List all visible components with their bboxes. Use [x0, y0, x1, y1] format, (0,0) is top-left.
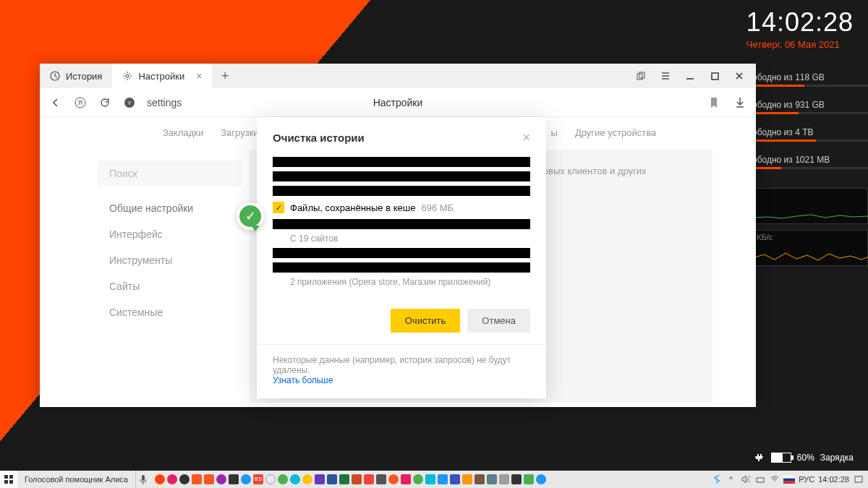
tab-settings[interactable]: Настройки × [112, 64, 212, 88]
app-icon[interactable] [155, 474, 165, 484]
redacted-item [273, 248, 530, 258]
app-icon[interactable] [388, 474, 399, 484]
new-tab-button[interactable]: + [215, 66, 235, 86]
app-icon[interactable] [536, 474, 546, 484]
browser-window: История Настройки × + Я Y Настройки [40, 64, 756, 407]
app-icon[interactable] [352, 474, 362, 484]
app-icon[interactable] [278, 474, 288, 484]
wifi-icon[interactable] [769, 474, 780, 485]
keyboard-lang[interactable]: РУС [799, 475, 814, 484]
app-icon[interactable] [475, 474, 485, 484]
svg-rect-18 [855, 476, 862, 482]
app-icon[interactable] [487, 474, 497, 484]
yandex-icon[interactable]: Я [73, 95, 88, 110]
taskbar-assistant[interactable]: Голосовой помощник Алиса [17, 471, 136, 488]
dialog-close-button[interactable]: × [522, 130, 530, 145]
sidebar-item-system[interactable]: Системные [98, 299, 242, 325]
app-icon[interactable] [179, 474, 190, 484]
site-icon: Y [122, 95, 137, 110]
app-icon[interactable] [511, 474, 522, 484]
subnav-bookmarks[interactable]: Закладки [163, 127, 203, 138]
menu-icon[interactable] [655, 66, 676, 86]
gear-icon [122, 71, 132, 81]
app-icon[interactable] [216, 474, 226, 484]
settings-sidebar: Поиск Общие настройки Интерфейс Инструме… [98, 160, 242, 325]
cancel-button[interactable]: Отмена [467, 309, 530, 333]
sidebar-item-interface[interactable]: Интерфейс [98, 221, 242, 247]
flag-icon[interactable] [783, 476, 795, 484]
tab-history[interactable]: История [40, 64, 112, 88]
learn-more-link[interactable]: Узнать больше [273, 375, 333, 385]
app-icon[interactable] [229, 474, 239, 484]
apps-count: 2 приложения (Opera store, Магазин прило… [290, 277, 530, 287]
app-icon[interactable] [462, 474, 472, 484]
notifications-icon[interactable] [853, 474, 864, 485]
reload-button[interactable] [98, 95, 112, 110]
network-icon[interactable] [754, 474, 765, 485]
sidebar-item-general[interactable]: Общие настройки [98, 195, 242, 221]
bluetooth-icon[interactable] [711, 474, 722, 485]
plug-icon [754, 453, 765, 462]
sidebar-item-tools[interactable]: Инструменты [98, 247, 242, 273]
close-button[interactable] [728, 66, 750, 86]
app-icon[interactable] [192, 474, 202, 484]
volume-icon[interactable] [740, 474, 751, 485]
taskbar-app-icons: BS [150, 474, 550, 484]
subnav-downloads[interactable]: Загрузки [221, 127, 258, 138]
sites-count: С 19 сайтов [290, 234, 530, 244]
svg-rect-11 [4, 480, 8, 484]
start-button[interactable] [0, 471, 17, 488]
app-icon[interactable] [499, 474, 509, 484]
app-icon[interactable] [376, 474, 386, 484]
app-icon[interactable] [204, 474, 214, 484]
app-icon[interactable]: BS [253, 474, 263, 484]
dialog-footer: Некоторые данные (например, история запр… [257, 344, 546, 398]
url-input[interactable] [147, 97, 273, 108]
app-icon[interactable] [425, 474, 435, 484]
app-icon[interactable] [265, 474, 276, 484]
cache-option-row[interactable]: ✓ Файлы, сохранённые в кеше 696 МБ [273, 202, 530, 213]
app-icon[interactable] [524, 474, 534, 484]
app-icon[interactable] [413, 474, 423, 484]
app-icon[interactable] [241, 474, 251, 484]
clock-date: Четверг, 06 Мая 2021 [746, 39, 854, 50]
system-tray: ^ РУС 14:02:28 [711, 474, 868, 485]
app-icon[interactable] [364, 474, 374, 484]
subnav-other[interactable]: ы [551, 127, 558, 138]
app-icon[interactable] [327, 474, 337, 484]
maximize-button[interactable] [704, 66, 726, 86]
taskbar: Голосовой помощник Алиса BS [0, 471, 868, 488]
app-icon[interactable] [302, 474, 312, 484]
tray-time[interactable]: 14:02:28 [818, 475, 849, 484]
app-icon[interactable] [339, 474, 349, 484]
clear-button[interactable]: Очистить [391, 309, 461, 333]
checkbox-checked-icon[interactable]: ✓ [273, 202, 284, 213]
back-button[interactable] [48, 95, 63, 110]
sidebar-item-sites[interactable]: Сайты [98, 273, 242, 299]
dialog-title: Очистка истории [273, 132, 365, 144]
subnav-devices[interactable]: Другие устройства [575, 127, 656, 138]
redacted-item [273, 186, 530, 196]
mic-icon[interactable] [136, 474, 150, 484]
copy-icon[interactable] [630, 66, 652, 86]
tab-bar: История Настройки × + [40, 64, 756, 88]
minimize-button[interactable] [679, 66, 701, 86]
chevron-up-icon[interactable]: ^ [726, 474, 736, 485]
bookmark-icon[interactable] [707, 95, 721, 110]
disk-item: ободно из 4 ТВ [752, 127, 868, 142]
app-icon[interactable] [450, 474, 460, 484]
sidebar-search[interactable]: Поиск [98, 160, 242, 187]
dialog-body[interactable]: ✓ Файлы, сохранённые в кеше 696 МБ С 19 … [257, 153, 546, 297]
svg-point-1 [126, 74, 129, 77]
success-badge-icon: ✓ [237, 202, 264, 230]
perf-widgets: КБ/с [752, 188, 868, 272]
battery-widget: 60% Зарядка [754, 453, 854, 463]
close-tab-icon[interactable]: × [196, 70, 202, 82]
app-icon[interactable] [438, 474, 448, 484]
app-icon[interactable] [290, 474, 300, 484]
app-icon[interactable] [167, 474, 177, 484]
address-bar: Я Y Настройки [40, 88, 756, 117]
app-icon[interactable] [401, 474, 411, 484]
app-icon[interactable] [315, 474, 325, 484]
download-icon[interactable] [733, 95, 747, 110]
